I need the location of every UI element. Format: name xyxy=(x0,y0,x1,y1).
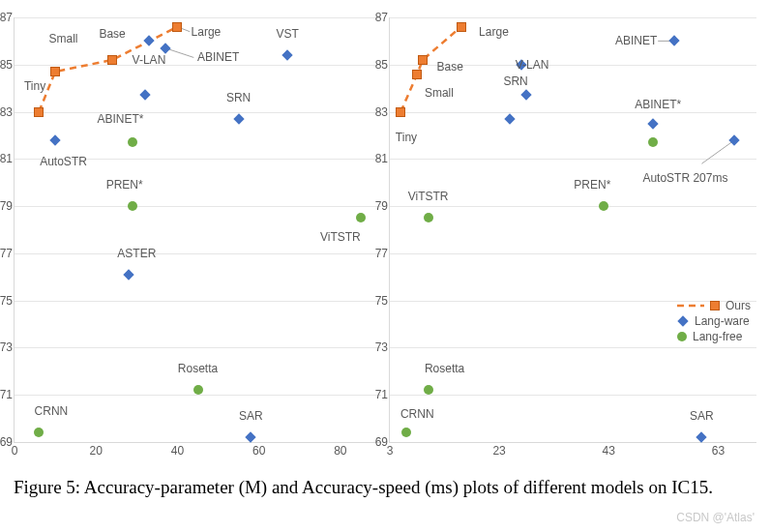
y-tick: 77 xyxy=(375,247,388,260)
charts-row: 69717375777981838587 020406080 TinySmall… xyxy=(14,17,756,443)
legend-langware-marker-icon xyxy=(677,315,688,326)
y-tick: 71 xyxy=(0,388,13,401)
data-label: SRN xyxy=(503,74,527,88)
data-label: ViTSTR xyxy=(408,190,449,203)
accuracy-speed-chart: 69717375777981838587 3234363 Ours Lang-w… xyxy=(389,17,756,443)
data-label: ABINET xyxy=(197,50,239,64)
data-label: PREN* xyxy=(106,178,143,192)
data-label: AutoSTR xyxy=(40,155,87,168)
data-label: V-LAN xyxy=(516,58,549,72)
y-tick: 85 xyxy=(0,58,13,72)
data-label: Rosetta xyxy=(178,362,218,375)
y-tick: 79 xyxy=(375,199,388,213)
x-tick: 80 xyxy=(334,444,346,458)
x-tick: 43 xyxy=(603,444,615,458)
legend-item-ours: Ours xyxy=(677,299,751,312)
accuracy-parameter-chart: 69717375777981838587 020406080 TinySmall… xyxy=(14,17,381,443)
data-label: Large xyxy=(192,25,222,39)
y-tick: 87 xyxy=(0,11,13,24)
y-tick: 83 xyxy=(375,105,388,119)
data-label: ViTSTR xyxy=(320,230,361,244)
legend-langfree-label: Lang-free xyxy=(693,330,742,343)
x-tick: 3 xyxy=(387,444,394,458)
y-tick: 83 xyxy=(0,105,13,119)
y-axis-ticks: 69717375777981838587 xyxy=(0,17,13,442)
x-tick: 20 xyxy=(90,444,103,458)
y-tick: 81 xyxy=(0,152,13,165)
svg-line-0 xyxy=(165,48,193,58)
data-label: Base xyxy=(437,60,463,74)
data-label: PREN* xyxy=(574,178,610,192)
data-label: CRNN xyxy=(400,407,434,421)
data-label: ABINET* xyxy=(635,98,681,111)
svg-line-1 xyxy=(177,27,190,32)
svg-line-3 xyxy=(701,140,734,163)
x-tick: 63 xyxy=(712,444,725,458)
data-label: Tiny xyxy=(24,79,45,93)
legend: Ours Lang-ware Lang-free xyxy=(677,297,751,345)
data-label: Small xyxy=(49,32,78,45)
y-tick: 87 xyxy=(375,11,388,24)
y-tick: 73 xyxy=(0,340,13,354)
x-axis-ticks: 3234363 xyxy=(390,444,756,461)
y-tick: 73 xyxy=(375,340,388,354)
y-tick: 71 xyxy=(375,388,388,401)
data-label: V-LAN xyxy=(133,53,166,67)
x-tick: 23 xyxy=(492,444,505,458)
y-tick: 81 xyxy=(375,152,388,165)
data-label: CRNN xyxy=(35,404,69,418)
data-label: ABINET* xyxy=(97,112,143,126)
legend-ours-marker-icon xyxy=(710,301,720,310)
data-label: Tiny xyxy=(396,131,417,144)
x-tick: 0 xyxy=(12,444,18,458)
data-label: SRN xyxy=(226,91,251,104)
data-label: SAR xyxy=(690,409,714,423)
legend-ours-line-icon xyxy=(677,301,704,310)
y-tick: 79 xyxy=(0,199,13,213)
y-tick: 85 xyxy=(375,58,388,72)
x-axis-ticks: 020406080 xyxy=(15,444,381,461)
legend-item-langware: Lang-ware xyxy=(677,314,751,328)
legend-langfree-marker-icon xyxy=(677,332,687,341)
y-tick: 75 xyxy=(0,294,13,308)
legend-langware-label: Lang-ware xyxy=(695,314,750,328)
x-tick: 60 xyxy=(252,444,265,458)
data-label: Base xyxy=(99,27,125,41)
data-label: Large xyxy=(479,25,509,39)
data-label: ABINET xyxy=(615,34,657,47)
data-label: ASTER xyxy=(117,247,156,260)
chart-lines xyxy=(390,17,756,442)
x-tick: 40 xyxy=(171,444,184,458)
watermark: CSDN @'Atlas' xyxy=(676,511,755,524)
legend-item-langfree: Lang-free xyxy=(677,330,751,343)
data-label: Small xyxy=(425,86,454,100)
data-label: AutoSTR 207ms xyxy=(642,171,727,185)
data-label: Rosetta xyxy=(425,362,464,375)
data-label: SAR xyxy=(239,409,263,423)
legend-ours-label: Ours xyxy=(726,299,751,312)
figure-caption: Figure 5: Accuracy-parameter (M) and Acc… xyxy=(14,476,749,499)
y-axis-ticks: 69717375777981838587 xyxy=(367,17,388,442)
y-tick: 77 xyxy=(0,247,13,260)
y-tick: 75 xyxy=(375,294,388,308)
data-label: VST xyxy=(276,27,298,41)
